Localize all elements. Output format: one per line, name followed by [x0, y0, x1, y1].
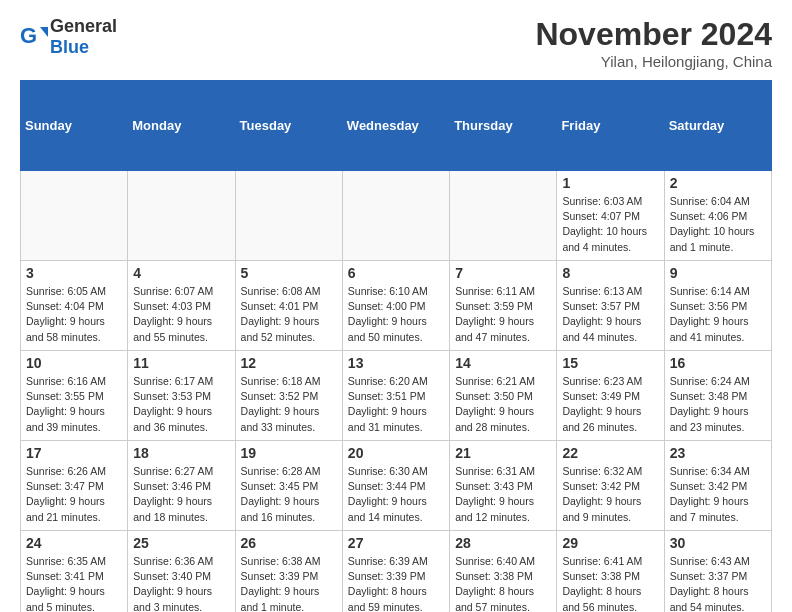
calendar-header-row: SundayMondayTuesdayWednesdayThursdayFrid… — [21, 81, 772, 171]
col-header-monday: Monday — [128, 81, 235, 171]
calendar-cell: 21Sunrise: 6:31 AM Sunset: 3:43 PM Dayli… — [450, 441, 557, 531]
day-number: 21 — [455, 445, 551, 461]
header: G General Blue November 2024 Yilan, Heil… — [20, 16, 772, 70]
calendar-container: G General Blue November 2024 Yilan, Heil… — [0, 0, 792, 612]
day-number: 30 — [670, 535, 766, 551]
calendar-cell: 1Sunrise: 6:03 AM Sunset: 4:07 PM Daylig… — [557, 171, 664, 261]
calendar-cell: 20Sunrise: 6:30 AM Sunset: 3:44 PM Dayli… — [342, 441, 449, 531]
day-number: 19 — [241, 445, 337, 461]
calendar-cell — [450, 171, 557, 261]
day-detail: Sunrise: 6:18 AM Sunset: 3:52 PM Dayligh… — [241, 375, 321, 433]
col-header-tuesday: Tuesday — [235, 81, 342, 171]
day-number: 2 — [670, 175, 766, 191]
col-header-wednesday: Wednesday — [342, 81, 449, 171]
day-detail: Sunrise: 6:30 AM Sunset: 3:44 PM Dayligh… — [348, 465, 428, 523]
calendar-cell: 12Sunrise: 6:18 AM Sunset: 3:52 PM Dayli… — [235, 351, 342, 441]
calendar-cell: 18Sunrise: 6:27 AM Sunset: 3:46 PM Dayli… — [128, 441, 235, 531]
day-number: 10 — [26, 355, 122, 371]
calendar-cell: 9Sunrise: 6:14 AM Sunset: 3:56 PM Daylig… — [664, 261, 771, 351]
day-detail: Sunrise: 6:31 AM Sunset: 3:43 PM Dayligh… — [455, 465, 535, 523]
day-number: 3 — [26, 265, 122, 281]
day-detail: Sunrise: 6:03 AM Sunset: 4:07 PM Dayligh… — [562, 195, 647, 253]
day-number: 16 — [670, 355, 766, 371]
day-detail: Sunrise: 6:13 AM Sunset: 3:57 PM Dayligh… — [562, 285, 642, 343]
logo-blue: Blue — [50, 37, 89, 57]
calendar-cell: 8Sunrise: 6:13 AM Sunset: 3:57 PM Daylig… — [557, 261, 664, 351]
col-header-saturday: Saturday — [664, 81, 771, 171]
day-detail: Sunrise: 6:14 AM Sunset: 3:56 PM Dayligh… — [670, 285, 750, 343]
day-detail: Sunrise: 6:24 AM Sunset: 3:48 PM Dayligh… — [670, 375, 750, 433]
calendar-cell: 15Sunrise: 6:23 AM Sunset: 3:49 PM Dayli… — [557, 351, 664, 441]
day-number: 26 — [241, 535, 337, 551]
day-number: 6 — [348, 265, 444, 281]
day-number: 23 — [670, 445, 766, 461]
calendar-cell — [21, 171, 128, 261]
week-row-3: 10Sunrise: 6:16 AM Sunset: 3:55 PM Dayli… — [21, 351, 772, 441]
day-detail: Sunrise: 6:23 AM Sunset: 3:49 PM Dayligh… — [562, 375, 642, 433]
day-detail: Sunrise: 6:32 AM Sunset: 3:42 PM Dayligh… — [562, 465, 642, 523]
day-detail: Sunrise: 6:27 AM Sunset: 3:46 PM Dayligh… — [133, 465, 213, 523]
day-detail: Sunrise: 6:17 AM Sunset: 3:53 PM Dayligh… — [133, 375, 213, 433]
day-number: 28 — [455, 535, 551, 551]
day-number: 22 — [562, 445, 658, 461]
logo: G General Blue — [20, 16, 117, 58]
calendar-cell: 3Sunrise: 6:05 AM Sunset: 4:04 PM Daylig… — [21, 261, 128, 351]
day-detail: Sunrise: 6:28 AM Sunset: 3:45 PM Dayligh… — [241, 465, 321, 523]
day-detail: Sunrise: 6:04 AM Sunset: 4:06 PM Dayligh… — [670, 195, 755, 253]
day-detail: Sunrise: 6:26 AM Sunset: 3:47 PM Dayligh… — [26, 465, 106, 523]
day-number: 1 — [562, 175, 658, 191]
calendar-table: SundayMondayTuesdayWednesdayThursdayFrid… — [20, 80, 772, 612]
calendar-cell: 30Sunrise: 6:43 AM Sunset: 3:37 PM Dayli… — [664, 531, 771, 613]
col-header-friday: Friday — [557, 81, 664, 171]
day-number: 11 — [133, 355, 229, 371]
day-detail: Sunrise: 6:36 AM Sunset: 3:40 PM Dayligh… — [133, 555, 213, 612]
calendar-cell: 16Sunrise: 6:24 AM Sunset: 3:48 PM Dayli… — [664, 351, 771, 441]
calendar-cell: 23Sunrise: 6:34 AM Sunset: 3:42 PM Dayli… — [664, 441, 771, 531]
calendar-cell: 25Sunrise: 6:36 AM Sunset: 3:40 PM Dayli… — [128, 531, 235, 613]
day-number: 14 — [455, 355, 551, 371]
day-detail: Sunrise: 6:05 AM Sunset: 4:04 PM Dayligh… — [26, 285, 106, 343]
calendar-cell: 6Sunrise: 6:10 AM Sunset: 4:00 PM Daylig… — [342, 261, 449, 351]
calendar-cell: 17Sunrise: 6:26 AM Sunset: 3:47 PM Dayli… — [21, 441, 128, 531]
calendar-cell: 24Sunrise: 6:35 AM Sunset: 3:41 PM Dayli… — [21, 531, 128, 613]
day-number: 7 — [455, 265, 551, 281]
calendar-cell: 28Sunrise: 6:40 AM Sunset: 3:38 PM Dayli… — [450, 531, 557, 613]
day-number: 24 — [26, 535, 122, 551]
day-detail: Sunrise: 6:41 AM Sunset: 3:38 PM Dayligh… — [562, 555, 642, 612]
day-detail: Sunrise: 6:39 AM Sunset: 3:39 PM Dayligh… — [348, 555, 428, 612]
col-header-sunday: Sunday — [21, 81, 128, 171]
day-number: 29 — [562, 535, 658, 551]
calendar-cell: 26Sunrise: 6:38 AM Sunset: 3:39 PM Dayli… — [235, 531, 342, 613]
svg-text:G: G — [20, 23, 37, 48]
day-detail: Sunrise: 6:35 AM Sunset: 3:41 PM Dayligh… — [26, 555, 106, 612]
day-number: 20 — [348, 445, 444, 461]
day-number: 13 — [348, 355, 444, 371]
day-detail: Sunrise: 6:21 AM Sunset: 3:50 PM Dayligh… — [455, 375, 535, 433]
day-number: 15 — [562, 355, 658, 371]
calendar-cell: 7Sunrise: 6:11 AM Sunset: 3:59 PM Daylig… — [450, 261, 557, 351]
week-row-2: 3Sunrise: 6:05 AM Sunset: 4:04 PM Daylig… — [21, 261, 772, 351]
day-number: 5 — [241, 265, 337, 281]
calendar-cell: 27Sunrise: 6:39 AM Sunset: 3:39 PM Dayli… — [342, 531, 449, 613]
day-detail: Sunrise: 6:38 AM Sunset: 3:39 PM Dayligh… — [241, 555, 321, 612]
calendar-cell: 19Sunrise: 6:28 AM Sunset: 3:45 PM Dayli… — [235, 441, 342, 531]
day-number: 17 — [26, 445, 122, 461]
title-block: November 2024 Yilan, Heilongjiang, China — [535, 16, 772, 70]
svg-marker-1 — [40, 27, 48, 37]
day-detail: Sunrise: 6:08 AM Sunset: 4:01 PM Dayligh… — [241, 285, 321, 343]
calendar-cell: 13Sunrise: 6:20 AM Sunset: 3:51 PM Dayli… — [342, 351, 449, 441]
day-number: 27 — [348, 535, 444, 551]
calendar-cell — [128, 171, 235, 261]
day-number: 8 — [562, 265, 658, 281]
day-detail: Sunrise: 6:40 AM Sunset: 3:38 PM Dayligh… — [455, 555, 535, 612]
week-row-5: 24Sunrise: 6:35 AM Sunset: 3:41 PM Dayli… — [21, 531, 772, 613]
calendar-cell: 5Sunrise: 6:08 AM Sunset: 4:01 PM Daylig… — [235, 261, 342, 351]
calendar-cell — [235, 171, 342, 261]
day-detail: Sunrise: 6:34 AM Sunset: 3:42 PM Dayligh… — [670, 465, 750, 523]
day-number: 12 — [241, 355, 337, 371]
day-detail: Sunrise: 6:43 AM Sunset: 3:37 PM Dayligh… — [670, 555, 750, 612]
calendar-cell: 11Sunrise: 6:17 AM Sunset: 3:53 PM Dayli… — [128, 351, 235, 441]
calendar-cell — [342, 171, 449, 261]
calendar-cell: 2Sunrise: 6:04 AM Sunset: 4:06 PM Daylig… — [664, 171, 771, 261]
day-detail: Sunrise: 6:16 AM Sunset: 3:55 PM Dayligh… — [26, 375, 106, 433]
